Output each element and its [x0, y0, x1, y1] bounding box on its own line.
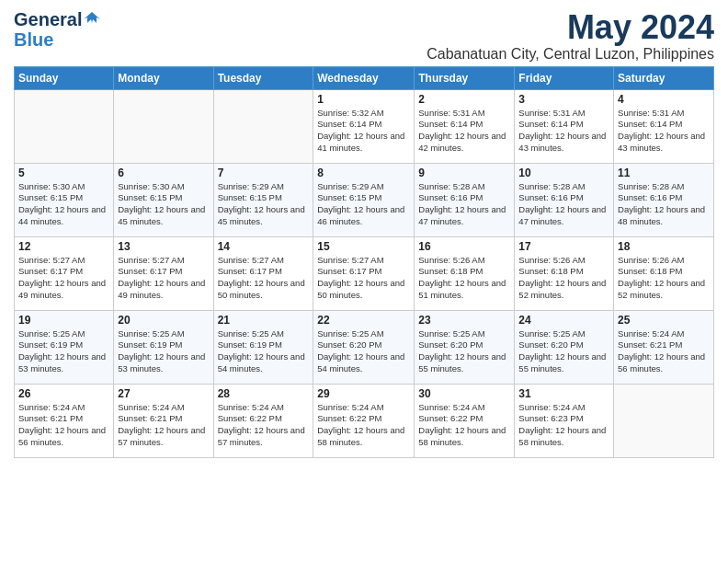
day-info: Sunrise: 5:24 AM Sunset: 6:22 PM Dayligh… [218, 402, 310, 449]
table-row: 31Sunrise: 5:24 AM Sunset: 6:23 PM Dayli… [515, 384, 614, 457]
day-info: Sunrise: 5:25 AM Sunset: 6:20 PM Dayligh… [317, 328, 410, 375]
day-number: 17 [518, 240, 609, 253]
day-info: Sunrise: 5:30 AM Sunset: 6:15 PM Dayligh… [18, 181, 109, 228]
week-row-4: 19Sunrise: 5:25 AM Sunset: 6:19 PM Dayli… [15, 310, 714, 384]
day-number: 24 [518, 314, 609, 327]
day-number: 16 [418, 240, 510, 253]
table-row: 1Sunrise: 5:32 AM Sunset: 6:14 PM Daylig… [313, 89, 415, 163]
day-number: 1 [317, 93, 410, 106]
day-info: Sunrise: 5:25 AM Sunset: 6:19 PM Dayligh… [18, 328, 109, 375]
day-number: 4 [618, 93, 710, 106]
day-info: Sunrise: 5:29 AM Sunset: 6:15 PM Dayligh… [218, 181, 310, 228]
table-row [15, 89, 114, 163]
day-info: Sunrise: 5:31 AM Sunset: 6:14 PM Dayligh… [618, 108, 710, 155]
day-number: 2 [418, 93, 510, 106]
day-info: Sunrise: 5:24 AM Sunset: 6:21 PM Dayligh… [18, 402, 109, 449]
day-number: 8 [317, 167, 410, 179]
table-row [614, 384, 714, 457]
table-row: 4Sunrise: 5:31 AM Sunset: 6:14 PM Daylig… [614, 89, 714, 163]
header-sunday: Sunday [15, 66, 114, 89]
day-info: Sunrise: 5:27 AM Sunset: 6:17 PM Dayligh… [317, 255, 410, 302]
week-row-3: 12Sunrise: 5:27 AM Sunset: 6:17 PM Dayli… [15, 236, 714, 310]
day-info: Sunrise: 5:24 AM Sunset: 6:23 PM Dayligh… [518, 402, 609, 449]
table-row: 27Sunrise: 5:24 AM Sunset: 6:21 PM Dayli… [114, 384, 213, 457]
svg-marker-0 [84, 12, 100, 23]
table-row: 11Sunrise: 5:28 AM Sunset: 6:16 PM Dayli… [614, 163, 714, 236]
day-number: 25 [618, 314, 710, 327]
logo-general: General [14, 9, 82, 29]
day-number: 27 [118, 387, 209, 400]
day-info: Sunrise: 5:24 AM Sunset: 6:21 PM Dayligh… [118, 402, 209, 449]
calendar-table: Sunday Monday Tuesday Wednesday Thursday… [14, 66, 714, 458]
header-friday: Friday [515, 66, 614, 89]
day-number: 31 [518, 387, 609, 400]
month-title: May 2024 [427, 9, 714, 46]
day-number: 13 [118, 240, 209, 253]
title-block: May 2024 Cabanatuan City, Central Luzon,… [427, 9, 714, 63]
day-info: Sunrise: 5:28 AM Sunset: 6:16 PM Dayligh… [518, 181, 609, 228]
logo: General Blue [14, 9, 100, 50]
table-row: 5Sunrise: 5:30 AM Sunset: 6:15 PM Daylig… [15, 163, 114, 236]
day-info: Sunrise: 5:25 AM Sunset: 6:20 PM Dayligh… [418, 328, 510, 375]
day-info: Sunrise: 5:31 AM Sunset: 6:14 PM Dayligh… [418, 108, 510, 155]
table-row: 28Sunrise: 5:24 AM Sunset: 6:22 PM Dayli… [213, 384, 313, 457]
day-number: 10 [518, 167, 609, 179]
day-info: Sunrise: 5:27 AM Sunset: 6:17 PM Dayligh… [218, 255, 310, 302]
day-number: 18 [618, 240, 710, 253]
page-header: General Blue May 2024 Cabanatuan City, C… [14, 9, 714, 63]
day-info: Sunrise: 5:25 AM Sunset: 6:19 PM Dayligh… [118, 328, 209, 375]
day-info: Sunrise: 5:24 AM Sunset: 6:21 PM Dayligh… [618, 328, 710, 375]
day-number: 20 [118, 314, 209, 327]
day-info: Sunrise: 5:27 AM Sunset: 6:17 PM Dayligh… [118, 255, 209, 302]
day-info: Sunrise: 5:27 AM Sunset: 6:17 PM Dayligh… [18, 255, 109, 302]
day-info: Sunrise: 5:28 AM Sunset: 6:16 PM Dayligh… [418, 181, 510, 228]
header-saturday: Saturday [614, 66, 714, 89]
header-wednesday: Wednesday [313, 66, 415, 89]
day-number: 14 [218, 240, 310, 253]
table-row: 2Sunrise: 5:31 AM Sunset: 6:14 PM Daylig… [415, 89, 515, 163]
table-row: 24Sunrise: 5:25 AM Sunset: 6:20 PM Dayli… [515, 310, 614, 384]
header-tuesday: Tuesday [213, 66, 313, 89]
table-row: 17Sunrise: 5:26 AM Sunset: 6:18 PM Dayli… [515, 236, 614, 310]
day-info: Sunrise: 5:25 AM Sunset: 6:20 PM Dayligh… [518, 328, 609, 375]
table-row: 29Sunrise: 5:24 AM Sunset: 6:22 PM Dayli… [313, 384, 415, 457]
logo-blue: Blue [14, 29, 53, 50]
day-info: Sunrise: 5:24 AM Sunset: 6:22 PM Dayligh… [317, 402, 410, 449]
day-info: Sunrise: 5:32 AM Sunset: 6:14 PM Dayligh… [317, 108, 410, 155]
header-thursday: Thursday [415, 66, 515, 89]
day-number: 9 [418, 167, 510, 179]
table-row: 6Sunrise: 5:30 AM Sunset: 6:15 PM Daylig… [114, 163, 213, 236]
day-info: Sunrise: 5:25 AM Sunset: 6:19 PM Dayligh… [218, 328, 310, 375]
day-number: 23 [418, 314, 510, 327]
day-info: Sunrise: 5:24 AM Sunset: 6:22 PM Dayligh… [418, 402, 510, 449]
day-number: 19 [18, 314, 109, 327]
day-number: 12 [18, 240, 109, 253]
day-number: 6 [118, 167, 209, 179]
day-info: Sunrise: 5:31 AM Sunset: 6:14 PM Dayligh… [518, 108, 609, 155]
week-row-2: 5Sunrise: 5:30 AM Sunset: 6:15 PM Daylig… [15, 163, 714, 236]
table-row: 8Sunrise: 5:29 AM Sunset: 6:15 PM Daylig… [313, 163, 415, 236]
weekday-header-row: Sunday Monday Tuesday Wednesday Thursday… [15, 66, 714, 89]
table-row: 14Sunrise: 5:27 AM Sunset: 6:17 PM Dayli… [213, 236, 313, 310]
table-row: 20Sunrise: 5:25 AM Sunset: 6:19 PM Dayli… [114, 310, 213, 384]
header-monday: Monday [114, 66, 213, 89]
day-number: 15 [317, 240, 410, 253]
day-number: 5 [18, 167, 109, 179]
table-row: 26Sunrise: 5:24 AM Sunset: 6:21 PM Dayli… [15, 384, 114, 457]
day-info: Sunrise: 5:26 AM Sunset: 6:18 PM Dayligh… [518, 255, 609, 302]
day-number: 29 [317, 387, 410, 400]
day-number: 30 [418, 387, 510, 400]
week-row-1: 1Sunrise: 5:32 AM Sunset: 6:14 PM Daylig… [15, 89, 714, 163]
table-row: 25Sunrise: 5:24 AM Sunset: 6:21 PM Dayli… [614, 310, 714, 384]
day-number: 3 [518, 93, 609, 106]
table-row: 3Sunrise: 5:31 AM Sunset: 6:14 PM Daylig… [515, 89, 614, 163]
day-number: 11 [618, 167, 710, 179]
table-row: 23Sunrise: 5:25 AM Sunset: 6:20 PM Dayli… [415, 310, 515, 384]
table-row [114, 89, 213, 163]
day-info: Sunrise: 5:26 AM Sunset: 6:18 PM Dayligh… [418, 255, 510, 302]
table-row: 9Sunrise: 5:28 AM Sunset: 6:16 PM Daylig… [415, 163, 515, 236]
table-row: 7Sunrise: 5:29 AM Sunset: 6:15 PM Daylig… [213, 163, 313, 236]
day-info: Sunrise: 5:29 AM Sunset: 6:15 PM Dayligh… [317, 181, 410, 228]
table-row [213, 89, 313, 163]
day-info: Sunrise: 5:28 AM Sunset: 6:16 PM Dayligh… [618, 181, 710, 228]
